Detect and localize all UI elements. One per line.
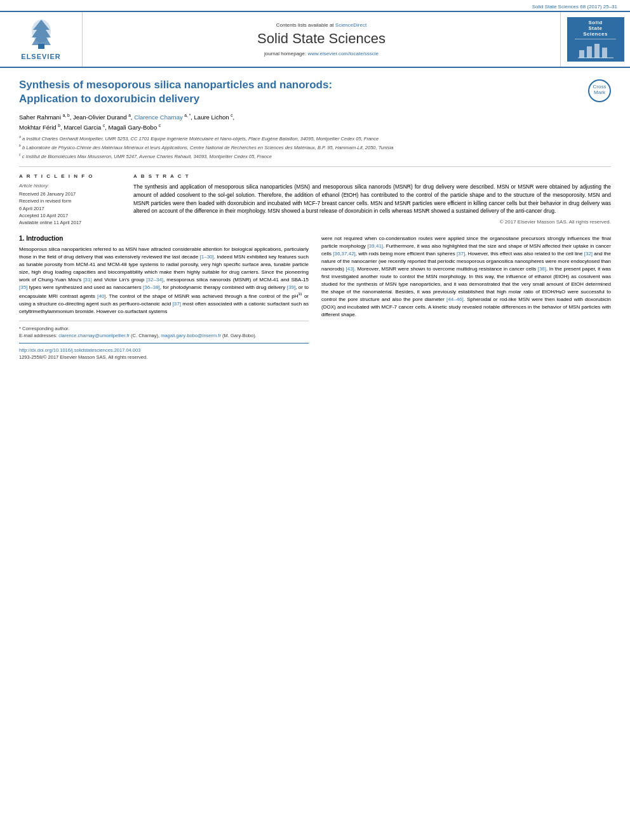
affiliation-b: b b Laboratoire de Physico-Chimie des Ma…	[19, 143, 611, 151]
sciencedirect-link[interactable]: ScienceDirect	[335, 22, 366, 28]
ref-32b[interactable]: [32]	[584, 251, 593, 257]
abstract-col: A B S T R A C T The synthesis and applic…	[133, 173, 611, 226]
ref-37b[interactable]: [37]	[173, 301, 181, 307]
journal-citation: Solid State Sciences 68 (2017) 25–31	[0, 0, 630, 11]
ref-31[interactable]: [31]	[83, 277, 91, 283]
citation-text: Solid State Sciences 68 (2017) 25–31	[532, 4, 617, 10]
email-footnote: E-mail addresses: clarence.charnay@umont…	[19, 332, 309, 339]
copyright-line: © 2017 Elsevier Masson SAS. All rights r…	[133, 219, 611, 225]
footnote-section: * Corresponding author. E-mail addresses…	[19, 321, 309, 340]
email1-link[interactable]: clarence.charnay@umontpellier.fr	[58, 333, 131, 338]
doi-link[interactable]: http://dx.doi.org/10.1016/j.solidstatesc…	[19, 347, 140, 353]
ref-1-30[interactable]: [1–30]	[200, 254, 214, 260]
ref-35[interactable]: [35]	[19, 284, 27, 290]
ref-44-46[interactable]: [44–46]	[446, 297, 464, 302]
body-left-col: 1. Introduction Mesoporous silica nanopa…	[19, 235, 309, 360]
ref-36b[interactable]: [36]	[538, 266, 546, 272]
ref-43[interactable]: [43]	[346, 266, 354, 272]
elsevier-logo: ELSEVIER	[19, 18, 64, 60]
page: Solid State Sciences 68 (2017) 25–31 ELS…	[0, 0, 630, 840]
affiliation-a: a a Institut Charles Gerhardt Montpellie…	[19, 135, 611, 142]
crossmark-icon: Cross Mark	[588, 79, 611, 102]
elsevier-logo-section: ELSEVIER	[0, 12, 83, 67]
intro-paragraph1: Mesoporous silica nanoparticles referred…	[19, 246, 309, 316]
svg-rect-7	[602, 48, 607, 58]
ref-36-38[interactable]: [36–38]	[143, 284, 160, 290]
article-title-section: Synthesis of mesoporous silica nanoparti…	[19, 78, 611, 106]
ref-36-37-42[interactable]: [36,37,42]	[333, 251, 356, 257]
intro-paragraph2: were not required when co-condensation r…	[321, 235, 611, 319]
body-section: 1. Introduction Mesoporous silica nanopa…	[19, 235, 611, 360]
ref-37c[interactable]: [37]	[457, 251, 465, 257]
ref-39[interactable]: [39]	[287, 284, 295, 290]
svg-rect-4	[579, 50, 584, 58]
elsevier-label: ELSEVIER	[21, 53, 60, 60]
journal-title: Solid State Sciences	[257, 30, 385, 47]
section-divider	[19, 166, 611, 167]
svg-rect-5	[587, 46, 592, 58]
authors-line: Saher Rahmani a, b, Jean-Olivier Durand …	[19, 112, 611, 132]
email2-link[interactable]: magali.gary-bobo@inserm.fr	[161, 333, 222, 338]
ref-32-34[interactable]: [32–34]	[146, 277, 163, 283]
author-charnay-link[interactable]: Clarence Charnay	[134, 114, 183, 121]
issn-text: 1293-2558/© 2017 Elsevier Masson SAS. Al…	[19, 354, 147, 360]
svg-text:Mark: Mark	[594, 90, 606, 95]
ref-40[interactable]: [40]	[97, 293, 105, 299]
abstract-heading: A B S T R A C T	[133, 173, 611, 179]
journal-homepage-link[interactable]: www.elsevier.com/locate/ssscie	[307, 51, 379, 57]
corresponding-author-note: * Corresponding author.	[19, 325, 309, 332]
affiliation-c: c c Institut de Biomolécules Max Mousser…	[19, 152, 611, 160]
article-info-heading: A R T I C L E I N F O	[19, 173, 121, 179]
journal-header: ELSEVIER Contents lists available at Sci…	[0, 11, 630, 68]
svg-text:Cross: Cross	[593, 84, 607, 90]
article-info-col: A R T I C L E I N F O Article history: R…	[19, 173, 121, 226]
elsevier-tree-icon	[19, 18, 64, 50]
article-title: Synthesis of mesoporous silica nanoparti…	[19, 78, 582, 106]
journal-logo-section: Solid State Sciences	[560, 12, 630, 67]
journal-homepage-line: journal homepage: www.elsevier.com/locat…	[264, 51, 379, 57]
abstract-text: The synthesis and application of mesopor…	[133, 183, 611, 215]
svg-rect-6	[594, 44, 600, 58]
intro-section-title: 1. Introduction	[19, 235, 309, 242]
contents-available-line: Contents lists available at ScienceDirec…	[276, 22, 366, 28]
history-label: Article history:	[19, 183, 121, 189]
journal-logo-chart-icon	[577, 41, 615, 59]
doi-section: http://dx.doi.org/10.1016/j.solidstatesc…	[19, 343, 309, 360]
info-abstract-section: A R T I C L E I N F O Article history: R…	[19, 173, 611, 226]
body-right-col: were not required when co-condensation r…	[321, 235, 611, 360]
journal-info-center: Contents lists available at ScienceDirec…	[83, 12, 560, 67]
article-content: Synthesis of mesoporous silica nanoparti…	[0, 68, 630, 366]
svg-rect-3	[39, 45, 44, 49]
ref-39-41[interactable]: [39,41]	[368, 243, 383, 249]
journal-logo-box: Solid State Sciences	[567, 17, 624, 62]
received-date: Received 26 January 2017 Received in rev…	[19, 190, 121, 226]
